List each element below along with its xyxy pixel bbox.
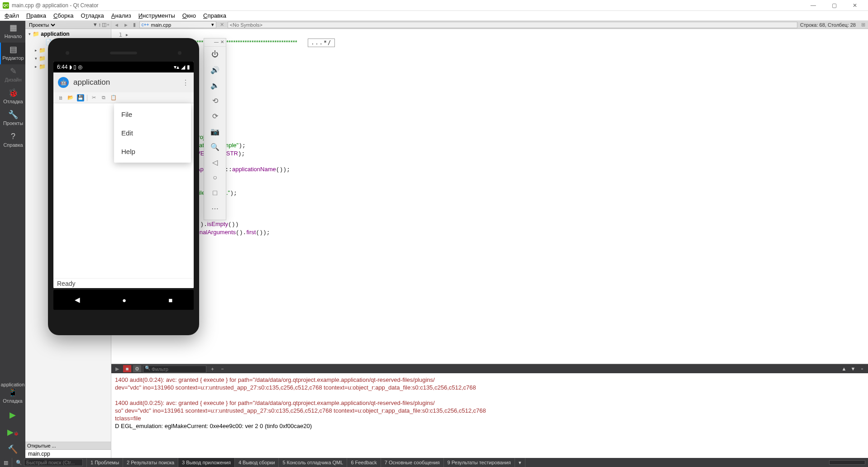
battery-icon: ▮ <box>187 64 190 70</box>
output-close-icon[interactable]: ▫ <box>858 365 866 372</box>
emulator-screen[interactable]: 6:44 ◗ ▯ ◎ ▾▴ ◢ ▮ 🤖 application ⋮ 🗎 📂 💾 <box>53 62 194 288</box>
more-icon[interactable]: ⋯ <box>208 201 222 216</box>
screenshot-icon[interactable]: 📷 <box>208 124 222 139</box>
menu-edit[interactable]: Правка <box>23 11 50 20</box>
open-doc-item[interactable]: main.cpp <box>25 450 111 458</box>
menu-item-help[interactable]: Help <box>114 142 191 161</box>
menu-file[interactable]: Файл <box>1 11 23 20</box>
save-icon[interactable]: 💾 <box>77 94 84 101</box>
menu-build[interactable]: Сборка <box>50 11 77 20</box>
status-more-icon[interactable]: ▾ <box>515 458 525 467</box>
app-body[interactable]: File Edit Help <box>53 103 194 278</box>
mode-edit[interactable]: ▤Редактор <box>0 43 25 64</box>
build-button[interactable]: 🔨 <box>0 441 25 458</box>
output-up-icon[interactable]: ▲ <box>840 365 848 372</box>
menu-window[interactable]: Окно <box>179 11 200 20</box>
status-tab[interactable]: 2 Результаты поиска <box>123 458 178 467</box>
paste-icon[interactable]: 📋 <box>110 94 117 101</box>
zoom-icon[interactable]: 🔍 <box>208 139 222 154</box>
rotate-left-icon[interactable]: ⟲ <box>208 93 222 108</box>
close-button[interactable]: ✕ <box>844 0 865 11</box>
app-title-bar: 🤖 application ⋮ <box>53 72 194 92</box>
volume-up-icon[interactable]: 🔊 <box>208 62 222 77</box>
status-tab[interactable]: 6 Feedback <box>347 458 381 467</box>
menu-item-file[interactable]: File <box>114 105 191 124</box>
nav-back-triangle-icon[interactable]: ◀ <box>75 296 80 304</box>
search-icon: 🔍 <box>145 366 150 371</box>
back-triangle-icon[interactable]: ◁ <box>208 154 222 170</box>
bookmark-icon[interactable]: ▮ <box>132 22 137 28</box>
mode-welcome[interactable]: ▦Начало <box>0 21 25 43</box>
mode-design: ✎Дизайн <box>0 64 25 86</box>
kit-selector[interactable]: application📱Отладка <box>0 379 25 406</box>
menu-help[interactable]: Справка <box>200 11 230 20</box>
symbol-selector[interactable]: <No Symbols> <box>228 22 797 28</box>
menu-analyze[interactable]: Анализ <box>108 11 135 20</box>
output-filter-input[interactable] <box>143 366 206 373</box>
nav-back-icon[interactable]: ◄ <box>113 22 120 28</box>
open-file-icon[interactable]: 📂 <box>67 94 74 101</box>
status-tab[interactable]: 7 Основные сообщения <box>381 458 444 467</box>
menu-bar: Файл Правка Сборка Отладка Анализ Инстру… <box>0 11 868 21</box>
emulator-close-icon[interactable]: ✕ <box>220 39 224 45</box>
fold-marker[interactable]: ...*/ <box>308 39 335 47</box>
progress-area <box>826 460 868 465</box>
close-pane-icon[interactable]: ▫ <box>107 22 109 28</box>
output-down-icon[interactable]: ▼ <box>849 365 857 372</box>
emulator-toolbar: — ✕ ⏻ 🔊 🔈 ⟲ ⟳ 📷 🔍 ◁ ○ □ ⋯ <box>204 38 226 220</box>
output-panel: ▶ ■ ⚙ 🔍 ＋ － ▲ ▼ ▫ 1400 audit(0.0:24): av… <box>111 364 868 458</box>
file-selector[interactable]: c++main.cpp▾ <box>139 21 216 28</box>
window-title: main.cpp @ application - Qt Creator <box>12 2 99 9</box>
nav-home-icon[interactable]: ● <box>122 296 126 304</box>
android-navbar: ◀ ● ■ <box>53 290 194 310</box>
quick-search-input[interactable] <box>24 459 83 466</box>
camera-icon <box>178 51 181 55</box>
status-tab[interactable]: 3 Вывод приложения <box>178 458 235 467</box>
sync-icon[interactable]: ↕ <box>99 22 101 28</box>
status-tab[interactable]: 9 Результаты тестирования <box>444 458 515 467</box>
overflow-menu-icon[interactable]: ⋮ <box>182 78 189 87</box>
close-file-icon[interactable]: ✕ <box>219 22 225 28</box>
output-remove-icon[interactable]: － <box>218 365 226 372</box>
status-toggle-left[interactable]: ▥ <box>0 458 12 467</box>
split-icon[interactable]: ◫ <box>102 22 106 28</box>
rotate-right-icon[interactable]: ⟳ <box>208 108 222 124</box>
nav-recent-icon[interactable]: ■ <box>168 296 172 304</box>
output-run-icon[interactable]: ▶ <box>113 365 121 372</box>
emulator-frame: 6:44 ◗ ▯ ◎ ▾▴ ◢ ▮ 🤖 application ⋮ 🗎 📂 💾 <box>48 38 199 335</box>
maximize-button[interactable]: ▢ <box>824 0 844 11</box>
cursor-position: Строка: 68, Столбец: 28 <box>800 22 858 28</box>
new-file-icon[interactable]: 🗎 <box>57 94 64 101</box>
status-tab[interactable]: 1 Проблемы <box>87 458 123 467</box>
notif-alarm-icon: ◎ <box>78 64 82 70</box>
filter-icon[interactable]: ▼ <box>93 22 98 28</box>
volume-down-icon[interactable]: 🔈 <box>208 77 222 93</box>
menu-debug[interactable]: Отладка <box>77 11 107 20</box>
title-bar: QC main.cpp @ application - Qt Creator —… <box>0 0 868 11</box>
copy-icon[interactable]: ⧉ <box>100 94 107 101</box>
overview-square-icon[interactable]: □ <box>208 185 222 201</box>
status-tab[interactable]: 5 Консоль отладчика QML <box>279 458 347 467</box>
run-button[interactable]: ▶ <box>0 406 25 424</box>
mode-projects[interactable]: 🔧Проекты <box>0 108 25 130</box>
power-icon[interactable]: ⏻ <box>208 47 222 62</box>
split-editor-icon[interactable]: ⊞ <box>860 22 866 28</box>
output-settings-icon[interactable]: ⚙ <box>133 365 141 372</box>
output-text[interactable]: 1400 audit(0.0:24): avc: granted { execu… <box>111 373 868 458</box>
nav-fwd-icon[interactable]: ► <box>123 22 129 28</box>
menu-tools[interactable]: Инструменты <box>135 11 179 20</box>
emulator-minimize-icon[interactable]: — <box>214 39 219 45</box>
cut-icon[interactable]: ✂ <box>90 94 97 101</box>
run-debug-button[interactable]: ▶🐞 <box>0 424 25 441</box>
output-stop-icon[interactable]: ■ <box>123 365 131 372</box>
projects-selector[interactable]: Проекты <box>27 22 57 28</box>
mode-debug[interactable]: 🐞Отладка <box>0 86 25 108</box>
mode-help[interactable]: ?Справка <box>0 130 25 151</box>
status-tab[interactable]: 4 Вывод сборки <box>235 458 279 467</box>
minimize-button[interactable]: — <box>803 0 824 11</box>
home-circle-icon[interactable]: ○ <box>208 170 222 185</box>
menu-item-edit[interactable]: Edit <box>114 124 191 142</box>
mode-bar: ▦Начало ▤Редактор ✎Дизайн 🐞Отладка 🔧Прое… <box>0 21 25 458</box>
signal-icon: ◢ <box>181 64 185 70</box>
output-add-icon[interactable]: ＋ <box>208 365 216 372</box>
